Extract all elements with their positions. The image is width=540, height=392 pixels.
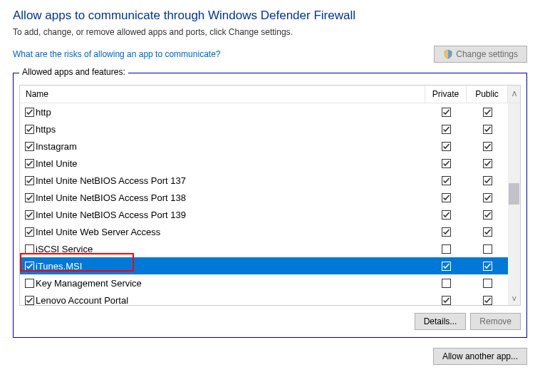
row-private-checkbox[interactable] xyxy=(441,278,451,288)
svg-rect-30 xyxy=(25,279,33,287)
row-name-checkbox[interactable] xyxy=(24,278,34,288)
column-private-header[interactable]: Private xyxy=(425,86,467,103)
row-private-checkbox[interactable] xyxy=(441,192,451,202)
shield-icon xyxy=(443,49,453,59)
svg-rect-31 xyxy=(442,279,450,287)
table-row[interactable]: Intel Unite NetBIOS Access Port 137 xyxy=(20,172,508,189)
row-public-checkbox[interactable] xyxy=(482,261,492,271)
row-name-label: https xyxy=(36,124,56,135)
table-row[interactable]: https xyxy=(20,120,508,138)
row-private-checkbox[interactable] xyxy=(441,295,451,305)
row-public-checkbox[interactable] xyxy=(482,175,492,185)
table-row[interactable]: Key Management Service xyxy=(20,274,508,292)
row-name-checkbox[interactable] xyxy=(24,192,34,202)
allowed-apps-group: Allowed apps and features: Name Private … xyxy=(13,73,527,338)
row-name-label: Intel Unite NetBIOS Access Port 139 xyxy=(36,210,186,220)
scroll-track[interactable] xyxy=(508,103,520,293)
row-name-label: Key Management Service xyxy=(36,278,142,289)
allowed-apps-table: Name Private Public ᐱ httphttpsInstagram… xyxy=(19,85,521,306)
table-row[interactable]: http xyxy=(20,103,508,120)
row-private-checkbox[interactable] xyxy=(441,261,451,271)
allow-another-app-button[interactable]: Allow another app... xyxy=(433,348,527,365)
row-public-checkbox[interactable] xyxy=(482,141,492,151)
row-public-checkbox[interactable] xyxy=(482,278,492,288)
row-name-label: iSCSI Service xyxy=(36,244,93,254)
row-name-label: Intel Unite NetBIOS Access Port 138 xyxy=(36,192,186,203)
row-name-checkbox[interactable] xyxy=(24,141,34,151)
svg-rect-24 xyxy=(25,244,33,253)
row-name-checkbox[interactable] xyxy=(24,261,34,271)
table-row[interactable]: iTunes.MSI xyxy=(20,257,508,274)
row-name-checkbox[interactable] xyxy=(24,158,34,168)
table-row[interactable]: Intel Unite xyxy=(20,155,508,172)
svg-rect-32 xyxy=(483,279,492,287)
row-public-checkbox[interactable] xyxy=(482,210,492,220)
row-public-checkbox[interactable] xyxy=(482,295,492,305)
row-name-checkbox[interactable] xyxy=(24,210,34,220)
table-row[interactable]: Lenovo Account Portal xyxy=(20,292,508,305)
row-public-checkbox[interactable] xyxy=(482,244,492,254)
group-label: Allowed apps and features: xyxy=(19,67,128,77)
page-title: Allow apps to communicate through Window… xyxy=(13,9,527,23)
column-name-header[interactable]: Name xyxy=(20,86,425,103)
row-public-checkbox[interactable] xyxy=(482,107,492,117)
row-name-checkbox[interactable] xyxy=(24,227,34,237)
row-name-label: Instagram xyxy=(36,141,77,152)
svg-rect-26 xyxy=(483,244,492,253)
details-button[interactable]: Details... xyxy=(415,313,467,330)
row-name-checkbox[interactable] xyxy=(24,107,34,117)
row-name-label: iTunes.MSI xyxy=(36,261,82,272)
page-subtitle: To add, change, or remove allowed apps a… xyxy=(13,27,527,37)
scroll-thumb[interactable] xyxy=(509,183,519,205)
scroll-down-button[interactable]: ᐯ xyxy=(508,293,520,305)
row-private-checkbox[interactable] xyxy=(441,158,451,168)
row-name-label: Intel Unite NetBIOS Access Port 137 xyxy=(36,175,186,186)
row-public-checkbox[interactable] xyxy=(482,192,492,202)
table-row[interactable]: iSCSI Service xyxy=(20,240,508,257)
row-name-label: Lenovo Account Portal xyxy=(36,295,128,306)
svg-rect-25 xyxy=(442,244,450,253)
row-private-checkbox[interactable] xyxy=(441,107,451,117)
row-private-checkbox[interactable] xyxy=(441,141,451,151)
table-header: Name Private Public ᐱ xyxy=(20,86,520,103)
row-private-checkbox[interactable] xyxy=(441,124,451,134)
row-name-label: Intel Unite xyxy=(36,158,78,169)
table-row[interactable]: Intel Unite Web Server Access xyxy=(20,223,508,240)
row-name-checkbox[interactable] xyxy=(24,295,34,305)
row-public-checkbox[interactable] xyxy=(482,158,492,168)
row-public-checkbox[interactable] xyxy=(482,227,492,237)
row-name-checkbox[interactable] xyxy=(24,175,34,185)
row-name-label: Intel Unite Web Server Access xyxy=(36,227,160,237)
change-settings-label: Change settings xyxy=(456,49,518,59)
row-name-label: http xyxy=(36,107,51,118)
row-private-checkbox[interactable] xyxy=(441,244,451,254)
vertical-scrollbar[interactable]: ᐯ xyxy=(508,103,520,305)
row-name-checkbox[interactable] xyxy=(24,124,34,134)
row-private-checkbox[interactable] xyxy=(441,227,451,237)
column-public-header[interactable]: Public xyxy=(467,86,508,103)
remove-button: Remove xyxy=(470,313,521,330)
row-name-checkbox[interactable] xyxy=(24,244,34,254)
row-public-checkbox[interactable] xyxy=(482,124,492,134)
row-private-checkbox[interactable] xyxy=(441,210,451,220)
table-row[interactable]: Intel Unite NetBIOS Access Port 138 xyxy=(20,189,508,206)
scroll-up-header[interactable]: ᐱ xyxy=(508,86,520,103)
risk-link[interactable]: What are the risks of allowing an app to… xyxy=(13,49,220,59)
change-settings-button[interactable]: Change settings xyxy=(434,46,527,63)
table-row[interactable]: Instagram xyxy=(20,138,508,155)
row-private-checkbox[interactable] xyxy=(441,175,451,185)
table-row[interactable]: Intel Unite NetBIOS Access Port 139 xyxy=(20,206,508,223)
